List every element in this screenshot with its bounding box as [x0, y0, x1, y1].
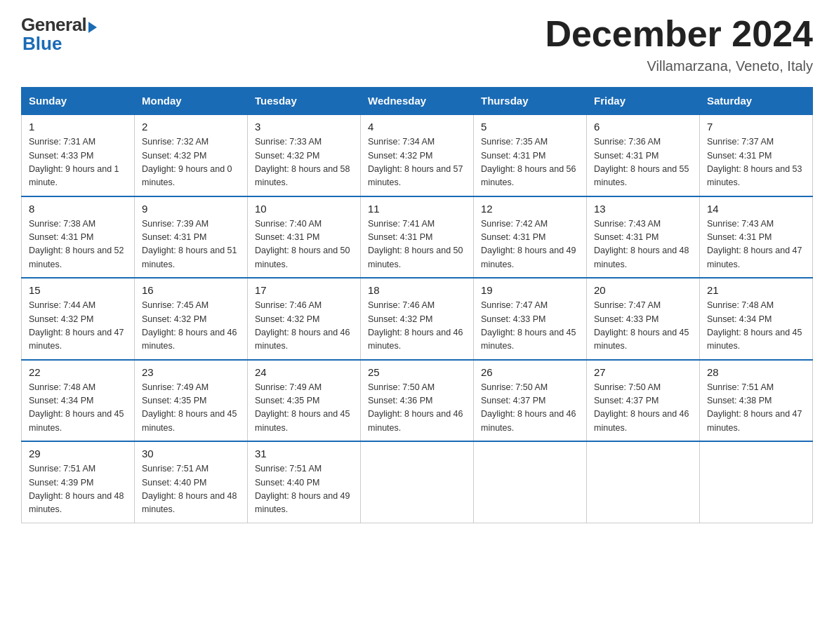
day-number: 7	[707, 121, 805, 133]
calendar-cell	[700, 441, 813, 523]
day-info: Sunrise: 7:47 AMSunset: 4:33 PMDaylight:…	[594, 299, 692, 354]
day-number: 21	[707, 284, 805, 296]
logo-blue-text: Blue	[22, 33, 62, 55]
day-number: 5	[481, 121, 579, 133]
day-number: 24	[255, 366, 353, 378]
day-number: 13	[594, 203, 692, 215]
day-number: 2	[142, 121, 240, 133]
day-number: 19	[481, 284, 579, 296]
calendar-week-4: 22 Sunrise: 7:48 AMSunset: 4:34 PMDaylig…	[22, 360, 813, 442]
page-header: General Blue December 2024 Villamarzana,…	[21, 14, 813, 74]
day-info: Sunrise: 7:31 AMSunset: 4:33 PMDaylight:…	[29, 135, 127, 190]
calendar-cell: 31 Sunrise: 7:51 AMSunset: 4:40 PMDaylig…	[248, 441, 361, 523]
calendar-week-2: 8 Sunrise: 7:38 AMSunset: 4:31 PMDayligh…	[22, 196, 813, 279]
day-info: Sunrise: 7:44 AMSunset: 4:32 PMDaylight:…	[29, 299, 127, 354]
day-info: Sunrise: 7:43 AMSunset: 4:31 PMDaylight:…	[707, 217, 805, 272]
calendar-cell: 3 Sunrise: 7:33 AMSunset: 4:32 PMDayligh…	[248, 114, 361, 196]
day-info: Sunrise: 7:40 AMSunset: 4:31 PMDaylight:…	[255, 217, 353, 272]
location-text: Villamarzana, Veneto, Italy	[545, 58, 813, 74]
day-info: Sunrise: 7:38 AMSunset: 4:31 PMDaylight:…	[29, 217, 127, 272]
calendar-header-saturday: Saturday	[700, 88, 813, 115]
calendar-cell: 13 Sunrise: 7:43 AMSunset: 4:31 PMDaylig…	[587, 196, 700, 279]
calendar-week-3: 15 Sunrise: 7:44 AMSunset: 4:32 PMDaylig…	[22, 278, 813, 360]
calendar-header-monday: Monday	[135, 88, 248, 115]
calendar-cell: 22 Sunrise: 7:48 AMSunset: 4:34 PMDaylig…	[22, 360, 135, 442]
calendar-week-5: 29 Sunrise: 7:51 AMSunset: 4:39 PMDaylig…	[22, 441, 813, 523]
calendar-cell: 10 Sunrise: 7:40 AMSunset: 4:31 PMDaylig…	[248, 196, 361, 279]
day-number: 6	[594, 121, 692, 133]
calendar-cell: 9 Sunrise: 7:39 AMSunset: 4:31 PMDayligh…	[135, 196, 248, 279]
calendar-cell: 6 Sunrise: 7:36 AMSunset: 4:31 PMDayligh…	[587, 114, 700, 196]
calendar-cell: 4 Sunrise: 7:34 AMSunset: 4:32 PMDayligh…	[361, 114, 474, 196]
calendar-cell: 2 Sunrise: 7:32 AMSunset: 4:32 PMDayligh…	[135, 114, 248, 196]
calendar-cell: 29 Sunrise: 7:51 AMSunset: 4:39 PMDaylig…	[22, 441, 135, 523]
calendar-week-1: 1 Sunrise: 7:31 AMSunset: 4:33 PMDayligh…	[22, 114, 813, 196]
day-info: Sunrise: 7:50 AMSunset: 4:36 PMDaylight:…	[368, 381, 466, 436]
day-info: Sunrise: 7:45 AMSunset: 4:32 PMDaylight:…	[142, 299, 240, 354]
day-info: Sunrise: 7:46 AMSunset: 4:32 PMDaylight:…	[255, 299, 353, 354]
calendar-cell: 11 Sunrise: 7:41 AMSunset: 4:31 PMDaylig…	[361, 196, 474, 279]
day-number: 15	[29, 284, 127, 296]
day-number: 29	[29, 448, 127, 459]
day-number: 27	[594, 366, 692, 378]
calendar-header-tuesday: Tuesday	[248, 88, 361, 115]
day-info: Sunrise: 7:37 AMSunset: 4:31 PMDaylight:…	[707, 135, 805, 190]
day-info: Sunrise: 7:39 AMSunset: 4:31 PMDaylight:…	[142, 217, 240, 272]
calendar-table: SundayMondayTuesdayWednesdayThursdayFrid…	[21, 87, 813, 523]
day-info: Sunrise: 7:35 AMSunset: 4:31 PMDaylight:…	[481, 135, 579, 190]
day-info: Sunrise: 7:50 AMSunset: 4:37 PMDaylight:…	[481, 381, 579, 436]
calendar-cell: 30 Sunrise: 7:51 AMSunset: 4:40 PMDaylig…	[135, 441, 248, 523]
day-info: Sunrise: 7:51 AMSunset: 4:39 PMDaylight:…	[29, 462, 127, 517]
calendar-cell: 7 Sunrise: 7:37 AMSunset: 4:31 PMDayligh…	[700, 114, 813, 196]
day-info: Sunrise: 7:32 AMSunset: 4:32 PMDaylight:…	[142, 135, 240, 190]
day-info: Sunrise: 7:33 AMSunset: 4:32 PMDaylight:…	[255, 135, 353, 190]
calendar-cell: 18 Sunrise: 7:46 AMSunset: 4:32 PMDaylig…	[361, 278, 474, 360]
day-number: 8	[29, 203, 127, 215]
day-info: Sunrise: 7:48 AMSunset: 4:34 PMDaylight:…	[707, 299, 805, 354]
calendar-cell: 5 Sunrise: 7:35 AMSunset: 4:31 PMDayligh…	[474, 114, 587, 196]
calendar-cell: 21 Sunrise: 7:48 AMSunset: 4:34 PMDaylig…	[700, 278, 813, 360]
calendar-cell: 23 Sunrise: 7:49 AMSunset: 4:35 PMDaylig…	[135, 360, 248, 442]
day-number: 25	[368, 366, 466, 378]
calendar-cell: 17 Sunrise: 7:46 AMSunset: 4:32 PMDaylig…	[248, 278, 361, 360]
calendar-header-friday: Friday	[587, 88, 700, 115]
day-info: Sunrise: 7:43 AMSunset: 4:31 PMDaylight:…	[594, 217, 692, 272]
day-number: 26	[481, 366, 579, 378]
day-info: Sunrise: 7:49 AMSunset: 4:35 PMDaylight:…	[255, 381, 353, 436]
calendar-cell: 1 Sunrise: 7:31 AMSunset: 4:33 PMDayligh…	[22, 114, 135, 196]
day-info: Sunrise: 7:51 AMSunset: 4:40 PMDaylight:…	[142, 462, 240, 517]
calendar-cell: 12 Sunrise: 7:42 AMSunset: 4:31 PMDaylig…	[474, 196, 587, 279]
calendar-header-wednesday: Wednesday	[361, 88, 474, 115]
logo-arrow-icon	[88, 22, 97, 33]
calendar-cell	[474, 441, 587, 523]
calendar-cell: 14 Sunrise: 7:43 AMSunset: 4:31 PMDaylig…	[700, 196, 813, 279]
day-number: 18	[368, 284, 466, 296]
calendar-cell: 20 Sunrise: 7:47 AMSunset: 4:33 PMDaylig…	[587, 278, 700, 360]
day-info: Sunrise: 7:51 AMSunset: 4:38 PMDaylight:…	[707, 381, 805, 436]
title-section: December 2024 Villamarzana, Veneto, Ital…	[545, 14, 813, 74]
day-number: 22	[29, 366, 127, 378]
day-number: 4	[368, 121, 466, 133]
day-info: Sunrise: 7:34 AMSunset: 4:32 PMDaylight:…	[368, 135, 466, 190]
calendar-cell: 15 Sunrise: 7:44 AMSunset: 4:32 PMDaylig…	[22, 278, 135, 360]
day-info: Sunrise: 7:50 AMSunset: 4:37 PMDaylight:…	[594, 381, 692, 436]
calendar-cell: 24 Sunrise: 7:49 AMSunset: 4:35 PMDaylig…	[248, 360, 361, 442]
day-number: 1	[29, 121, 127, 133]
day-number: 20	[594, 284, 692, 296]
day-number: 14	[707, 203, 805, 215]
day-number: 9	[142, 203, 240, 215]
day-info: Sunrise: 7:42 AMSunset: 4:31 PMDaylight:…	[481, 217, 579, 272]
calendar-cell	[587, 441, 700, 523]
day-number: 10	[255, 203, 353, 215]
calendar-cell	[361, 441, 474, 523]
day-info: Sunrise: 7:46 AMSunset: 4:32 PMDaylight:…	[368, 299, 466, 354]
day-info: Sunrise: 7:41 AMSunset: 4:31 PMDaylight:…	[368, 217, 466, 272]
calendar-header-row: SundayMondayTuesdayWednesdayThursdayFrid…	[22, 88, 813, 115]
day-number: 12	[481, 203, 579, 215]
day-number: 17	[255, 284, 353, 296]
day-number: 31	[255, 448, 353, 459]
day-info: Sunrise: 7:48 AMSunset: 4:34 PMDaylight:…	[29, 381, 127, 436]
day-number: 28	[707, 366, 805, 378]
calendar-header-thursday: Thursday	[474, 88, 587, 115]
calendar-cell: 16 Sunrise: 7:45 AMSunset: 4:32 PMDaylig…	[135, 278, 248, 360]
